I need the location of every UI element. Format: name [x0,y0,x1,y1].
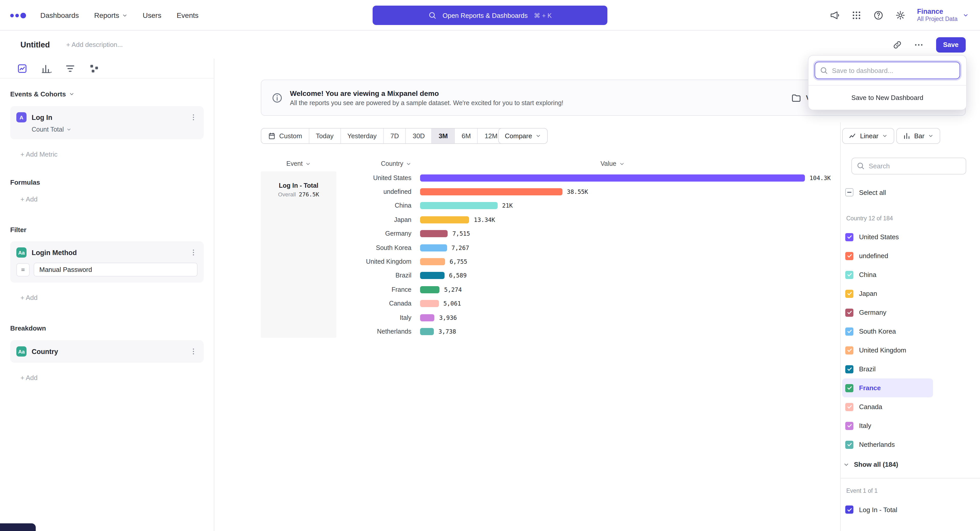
add-description[interactable]: + Add description... [66,41,123,48]
filter-card[interactable]: Aa Login Method = [10,241,204,282]
bar-segment[interactable] [420,286,439,293]
checkbox-checked[interactable] [845,422,853,430]
country-filter-item[interactable]: Japan [842,284,933,303]
bar-segment[interactable] [420,216,469,223]
add-filter-button[interactable]: + Add [10,294,204,302]
bar-segment[interactable] [420,272,444,279]
date-range-tab[interactable]: 30D [406,128,431,143]
bar-segment[interactable] [420,174,805,181]
funnel-tab-icon[interactable] [65,63,76,74]
filter-value-input[interactable] [34,263,197,276]
add-metric-button[interactable]: + Add Metric [10,151,204,159]
event-filter-item[interactable]: Log In - Total [845,506,897,514]
project-selector[interactable]: Finance All Project Data [917,8,969,23]
bar-segment[interactable] [420,188,562,195]
events-cohorts-header[interactable]: Events & Cohorts [10,90,204,98]
kebab-menu-icon[interactable] [189,249,197,257]
checkbox-indeterminate[interactable] [845,188,853,197]
checkbox-checked[interactable] [845,327,853,335]
segment-search-input[interactable] [851,158,966,174]
add-formula-button[interactable]: + Add [10,195,204,203]
filter-operator[interactable]: = [16,263,30,276]
metric-card[interactable]: A Log In Count Total [10,106,204,139]
column-header-event[interactable]: Event [261,160,336,168]
select-all-toggle[interactable]: Select all [845,188,886,197]
copy-link-icon[interactable] [892,40,902,50]
mixpanel-logo[interactable] [10,13,26,18]
country-filter-item[interactable]: undefined [842,246,933,265]
flows-tab-icon[interactable] [89,63,100,74]
chart-type-button[interactable]: Bar [896,128,940,144]
nav-link[interactable]: Users [143,11,161,19]
checkbox-checked[interactable] [845,308,853,317]
insights-tab-icon[interactable] [17,63,27,74]
checkbox-checked[interactable] [845,403,853,411]
metric-event-name[interactable]: Log In [32,114,52,121]
checkbox-checked[interactable] [845,346,853,354]
country-filter-item[interactable]: Netherlands [842,435,933,454]
country-label: United Kingdom [859,346,906,354]
nav-link[interactable]: Reports [94,11,127,19]
save-to-new-dashboard-option[interactable]: Save to New Dashboard [808,85,966,110]
checkbox-checked[interactable] [845,441,853,449]
bar-segment[interactable] [420,244,447,251]
date-range-tab[interactable]: 7D [383,128,406,143]
bar-segment[interactable] [420,328,434,335]
country-filter-item[interactable]: United Kingdom [842,341,933,360]
country-filter-item[interactable]: France [842,379,933,397]
nav-link[interactable]: Events [177,11,199,19]
breakdown-property-name[interactable]: Country [32,348,58,355]
save-button[interactable]: Save [936,37,966,52]
compare-button[interactable]: Compare [498,128,548,144]
settings-gear-icon[interactable] [895,10,905,21]
report-header: Untitled + Add description... Save [0,31,980,59]
country-label: United States [859,233,899,241]
checkbox-checked[interactable] [845,506,853,514]
country-filter-item[interactable]: Italy [842,416,933,435]
add-breakdown-button[interactable]: + Add [10,374,204,382]
country-filter-item[interactable]: China [842,265,933,284]
country-filter-item[interactable]: Brazil [842,360,933,379]
checkbox-checked[interactable] [845,252,853,260]
nav-link[interactable]: Dashboards [40,11,79,19]
date-range-tab[interactable]: Yesterday [340,128,383,143]
checkbox-checked[interactable] [845,233,853,241]
checkbox-checked[interactable] [845,365,853,373]
filter-property-name[interactable]: Login Method [32,249,77,256]
kebab-menu-icon[interactable] [189,113,197,121]
save-dashboard-search-input[interactable] [815,62,960,79]
show-all-toggle[interactable]: Show all (184) [843,461,898,468]
event-summary-cell[interactable]: Log In - Total Overall 276.5K [261,171,336,338]
kebab-menu-icon[interactable] [189,347,197,355]
breakdown-card[interactable]: Aa Country [10,340,204,363]
whats-new-icon[interactable] [829,10,839,21]
report-title[interactable]: Untitled [21,40,50,49]
country-filter-item[interactable]: Canada [842,397,933,416]
apps-grid-icon[interactable] [851,10,861,21]
country-filter-item[interactable]: Germany [842,303,933,322]
bar-segment[interactable] [420,230,448,238]
column-header-country[interactable]: Country [336,160,411,168]
date-range-tab[interactable]: 6M [455,128,477,143]
filter-label: Filter [10,226,27,233]
more-options-icon[interactable] [913,40,924,50]
bar-segment[interactable] [420,202,498,209]
global-search-button[interactable]: Open Reports & Dashboards ⌘ + K [372,6,608,25]
country-filter-item[interactable]: United States [842,228,933,246]
bar-chart-tab-icon[interactable] [41,63,52,74]
checkbox-checked[interactable] [845,384,853,392]
date-range-tab[interactable]: Custom [261,128,309,143]
column-header-value[interactable]: Value [420,160,805,168]
bar-segment[interactable] [420,300,439,307]
checkbox-checked[interactable] [845,271,853,279]
date-range-tab[interactable]: Today [309,128,340,143]
chart-mode-button[interactable]: Linear [842,128,894,144]
checkbox-checked[interactable] [845,290,853,298]
help-icon[interactable] [873,10,883,21]
view-dataset-button[interactable]: V [791,93,810,103]
bar-segment[interactable] [420,314,434,321]
aggregation-selector[interactable]: Count Total [32,126,197,133]
date-range-tab[interactable]: 3M [431,128,455,143]
country-filter-item[interactable]: South Korea [842,322,933,341]
bar-segment[interactable] [420,258,445,265]
